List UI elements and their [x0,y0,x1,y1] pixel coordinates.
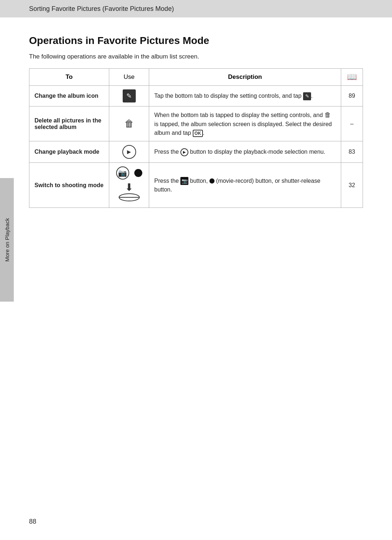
header-to: To [29,69,109,86]
row2-use: 🗑 [109,106,149,141]
page: Sorting Favorite Pictures (Favorite Pict… [0,0,392,540]
table-row: Switch to shooting mode 📷 ⬇ [29,163,363,208]
table-row: Change the album icon ✎ Tap the bottom t… [29,86,363,106]
shoot-icons-group: 📷 ⬇ [114,166,144,204]
header-description: Description [149,69,341,86]
row2-description: When the bottom tab is tapped to display… [149,106,341,141]
edit-icon: ✎ [123,89,136,102]
page-number: 88 [29,518,36,525]
row4-description: Press the 📷 button, (movie-record) butto… [149,163,341,208]
row1-description: Tap the bottom tab to display the settin… [149,86,341,106]
main-content: Operations in Favorite Pictures Mode The… [0,17,392,230]
edit-inline-icon: ✎ [303,92,311,100]
header-use: Use [109,69,149,86]
row3-description: Press the ► button to display the playba… [149,141,341,163]
camera-icon: 📷 [116,166,129,180]
row3-use: ► [109,141,149,163]
row4-page: 32 [341,163,363,208]
intro-text: The following operations are available i… [29,53,363,60]
row3-to: Change playback mode [29,141,109,163]
row1-to: Change the album icon [29,86,109,106]
camera-inline-icon: 📷 [180,177,188,185]
movie-record-icon [134,169,142,177]
header-book: 📖 [341,69,363,86]
row2-page: – [341,106,363,141]
trash-icon: 🗑 [124,118,134,129]
movie-inline-icon [209,178,215,184]
page-title: Operations in Favorite Pictures Mode [29,35,363,47]
top-band: Sorting Favorite Pictures (Favorite Pict… [0,0,392,17]
side-tab-label: More on Playback [4,218,10,262]
row4-to: Switch to shooting mode [29,163,109,208]
row3-page: 83 [341,141,363,163]
shoot-row1: 📷 [116,166,142,180]
table-row: Delete all pictures in the selected albu… [29,106,363,141]
shutter-release-icon: ⬇ [125,182,133,193]
top-band-text: Sorting Favorite Pictures (Favorite Pict… [29,5,174,13]
playback-icon: ► [122,145,136,159]
book-icon: 📖 [347,72,357,81]
playback-inline-icon: ► [180,148,188,156]
shutter-base-icon [118,193,140,202]
row1-use: ✎ [109,86,149,106]
row2-to: Delete all pictures in the selected albu… [29,106,109,141]
row4-use: 📷 ⬇ [109,163,149,208]
trash-inline-icon: 🗑 [324,111,331,118]
row1-page: 89 [341,86,363,106]
shutter-icon-row: ⬇ [118,182,140,204]
operations-table: To Use Description 📖 Change the album ic… [29,68,363,208]
side-tab: More on Playback [0,178,14,302]
ok-inline-icon: OK [193,130,203,137]
table-row: Change playback mode ► Press the ► butto… [29,141,363,163]
